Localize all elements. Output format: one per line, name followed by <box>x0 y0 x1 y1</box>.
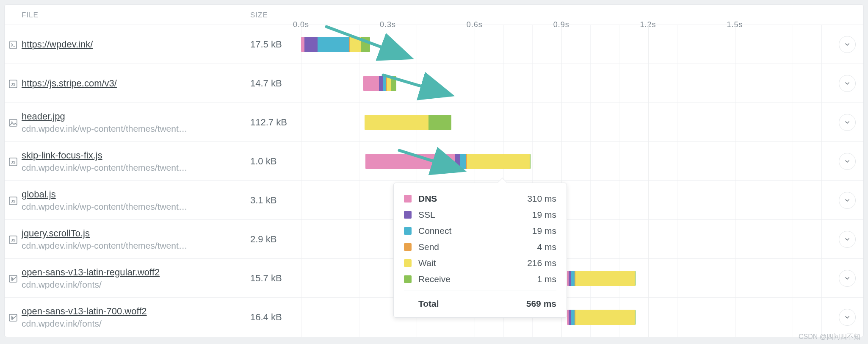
tooltip-total-label: Total <box>418 299 439 309</box>
waterfall-cell[interactable] <box>301 142 863 180</box>
tooltip-value: 4 ms <box>537 242 556 252</box>
swatch-wait <box>404 259 412 267</box>
file-link[interactable]: https://wpdev.ink/ <box>22 39 246 50</box>
tooltip-row-connect: Connect19 ms <box>404 223 556 239</box>
js-file-icon: JS <box>5 78 22 89</box>
swatch-connect <box>404 227 412 235</box>
swatch-receive <box>404 275 412 283</box>
segment-connect <box>571 271 575 286</box>
file-size: 112.7 kB <box>250 117 301 128</box>
header-file: FILE <box>5 11 250 19</box>
file-size: 17.5 kB <box>250 39 301 50</box>
waterfall-cell[interactable] <box>301 259 863 297</box>
js-file-icon: JS <box>5 234 22 245</box>
tooltip-value: 310 ms <box>527 194 556 204</box>
expand-button[interactable] <box>839 114 856 131</box>
watermark: CSDN @四问四不知 <box>799 333 860 341</box>
annotation-arrow-2 <box>382 72 454 104</box>
file-path: cdn.wpdev.ink/fonts/ <box>22 319 246 329</box>
expand-button[interactable] <box>839 153 856 170</box>
segment-wait <box>575 271 635 286</box>
annotation-arrow-1 <box>326 23 415 67</box>
file-path: cdn.wpdev.ink/wp-content/themes/twent… <box>22 202 246 212</box>
font-file-icon <box>5 312 22 323</box>
tooltip-label: SSL <box>418 210 435 220</box>
tooltip-total-value: 569 ms <box>526 299 556 309</box>
waterfall-panel: FILE SIZE 0.0s0.3s0.6s0.9s1.2s1.5s https… <box>4 4 864 337</box>
file-link[interactable]: jquery.scrollTo.js <box>22 228 246 239</box>
tooltip-label: Connect <box>418 226 451 236</box>
file-size: 16.4 kB <box>250 312 301 323</box>
segment-receive <box>635 310 636 325</box>
timing-bar[interactable] <box>567 310 636 325</box>
segment-connect <box>571 310 575 325</box>
file-link[interactable]: open-sans-v13-latin-regular.woff2 <box>22 267 246 278</box>
file-link[interactable]: global.js <box>22 189 246 200</box>
timing-tooltip: DNS310 msSSL19 msConnect19 msSend4 msWai… <box>393 183 567 318</box>
expand-button[interactable] <box>839 309 856 326</box>
annotation-arrow-3 <box>398 148 466 179</box>
tooltip-value: 19 ms <box>532 210 556 220</box>
file-link[interactable]: skip-link-focus-fix.js <box>22 150 246 161</box>
segment-ssl <box>304 37 318 52</box>
file-path: cdn.wpdev.ink/fonts/ <box>22 280 246 290</box>
expand-button[interactable] <box>839 270 856 287</box>
file-link[interactable]: open-sans-v13-latin-700.woff2 <box>22 306 246 317</box>
tooltip-label: DNS <box>418 194 437 204</box>
tooltip-row-ssl: SSL19 ms <box>404 207 556 223</box>
expand-button[interactable] <box>839 231 856 248</box>
swatch-ssl <box>404 211 412 219</box>
svg-text:JS: JS <box>11 82 15 86</box>
js-file-icon: JS <box>5 195 22 206</box>
table-header: FILE SIZE 0.0s0.3s0.6s0.9s1.2s1.5s <box>5 5 863 25</box>
file-size: 15.7 kB <box>250 273 301 284</box>
swatch-send <box>404 243 412 251</box>
timing-bar[interactable] <box>365 115 451 130</box>
expand-button[interactable] <box>839 75 856 92</box>
expand-button[interactable] <box>839 36 856 53</box>
tooltip-label: Send <box>418 242 439 252</box>
segment-receive <box>428 115 452 130</box>
tooltip-row-wait: Wait216 ms <box>404 255 556 271</box>
tooltip-label: Wait <box>418 258 436 268</box>
segment-dns <box>363 76 379 91</box>
svg-text:JS: JS <box>11 199 15 203</box>
tooltip-value: 1 ms <box>537 274 556 284</box>
tooltip-row-dns: DNS310 ms <box>404 191 556 207</box>
file-path: cdn.wpdev.ink/wp-content/themes/twent… <box>22 241 246 251</box>
table-row[interactable]: https://wpdev.ink/17.5 kB <box>5 25 863 64</box>
js-file-icon: JS <box>5 156 22 167</box>
expand-button[interactable] <box>839 192 856 209</box>
segment-wait <box>467 154 530 169</box>
file-path: cdn.wpdev.ink/wp-content/themes/twent… <box>22 163 246 173</box>
font-file-icon <box>5 273 22 284</box>
tooltip-label: Receive <box>418 274 451 284</box>
file-path: cdn.wpdev.ink/wp-content/themes/twent… <box>22 124 246 134</box>
waterfall-cell[interactable] <box>301 181 863 219</box>
svg-text:JS: JS <box>11 238 15 242</box>
waterfall-cell[interactable] <box>301 220 863 258</box>
img-file-icon <box>5 117 22 128</box>
segment-wait <box>365 115 428 130</box>
segment-receive <box>530 154 531 169</box>
header-size: SIZE <box>250 11 301 19</box>
file-size: 14.7 kB <box>250 78 301 89</box>
file-size: 2.9 kB <box>250 234 301 245</box>
file-link[interactable]: header.jpg <box>22 111 246 122</box>
svg-rect-3 <box>9 119 17 126</box>
waterfall-cell[interactable] <box>301 298 863 337</box>
waterfall-cell[interactable] <box>301 103 863 141</box>
tooltip-row-send: Send4 ms <box>404 239 556 255</box>
svg-text:JS: JS <box>11 160 15 164</box>
tooltip-value: 19 ms <box>532 226 556 236</box>
doc-file-icon <box>5 39 22 50</box>
tooltip-value: 216 ms <box>527 258 556 268</box>
file-link[interactable]: https://js.stripe.com/v3/ <box>22 78 246 89</box>
file-size: 3.1 kB <box>250 195 301 206</box>
tooltip-row-receive: Receive1 ms <box>404 271 556 287</box>
segment-dns <box>301 37 304 52</box>
segment-wait <box>575 310 635 325</box>
swatch-dns <box>404 195 412 203</box>
table-row[interactable]: header.jpgcdn.wpdev.ink/wp-content/theme… <box>5 103 863 142</box>
timing-bar[interactable] <box>567 271 636 286</box>
